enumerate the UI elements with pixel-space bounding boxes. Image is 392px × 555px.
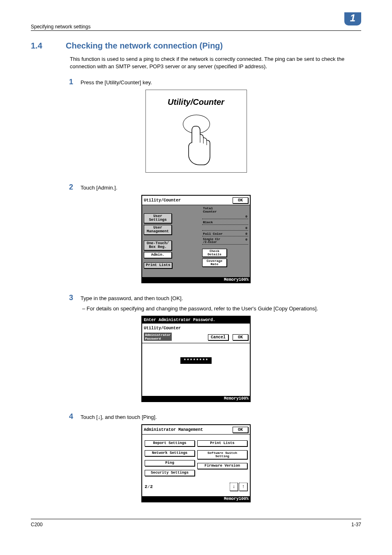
counter-label-2color: Single Clr/2-Color xyxy=(203,238,220,244)
ok-button[interactable]: OK xyxy=(233,334,248,340)
print-lists-button[interactable]: Print Lists xyxy=(197,440,247,446)
header-breadcrumb: Specifying network settings xyxy=(31,24,90,30)
admin-password-label: AdministratorPassword xyxy=(144,333,172,341)
software-switch-button[interactable]: Software SwitchSetting xyxy=(197,450,247,459)
check-details-button[interactable]: CheckDetails xyxy=(202,249,227,257)
memory-indicator: Memory100% xyxy=(142,396,250,401)
user-management-button[interactable]: UserManagement xyxy=(144,225,172,235)
firmware-version-button[interactable]: Firmware Version xyxy=(197,463,247,469)
footer-page: 1-37 xyxy=(351,522,361,527)
lcd-admin-management-screen: Administrator Management OK Report Setti… xyxy=(141,424,251,502)
lcd-title: Administrator Management xyxy=(144,428,203,432)
step-text: Touch [↓], and then touch [Ping]. xyxy=(81,414,361,420)
lcd-admin-password-screen: Enter Administrator Password. Utility/Co… xyxy=(141,316,251,402)
total-counter-label: TotalCounter xyxy=(202,207,248,213)
lcd-prompt: Enter Administrator Password. xyxy=(142,317,250,324)
step-sub-note: – For details on specifying and changing… xyxy=(82,305,361,312)
utility-counter-label: Utility/Counter xyxy=(146,90,247,107)
network-settings-button[interactable]: Network Settings xyxy=(145,450,195,456)
section-intro: This function is used to send a ping to … xyxy=(70,56,361,70)
step-number: 1 xyxy=(66,78,73,86)
counter-value: 0 xyxy=(245,227,247,230)
counter-label-fullcolor: Full Color xyxy=(203,232,223,236)
user-settings-button[interactable]: UserSettings xyxy=(144,213,172,223)
counter-label-black: Black xyxy=(203,221,213,224)
counter-value: 0 xyxy=(245,238,247,244)
section-title: Checking the network connection (Ping) xyxy=(66,41,223,51)
step-text: Touch [Admin.]. xyxy=(81,185,361,191)
finger-icon xyxy=(187,123,212,168)
section-number: 1.4 xyxy=(31,41,51,51)
step-number: 4 xyxy=(66,412,73,421)
counter-value: 0 xyxy=(245,215,247,218)
report-settings-button[interactable]: Report Settings xyxy=(145,440,195,446)
ok-button[interactable]: OK xyxy=(233,197,248,204)
utility-counter-illustration: Utility/Counter xyxy=(145,90,247,173)
memory-indicator: Memory100% xyxy=(142,277,250,282)
print-lists-button[interactable]: Print Lists xyxy=(144,262,172,268)
arrow-up-button[interactable]: ↑ xyxy=(239,483,247,491)
step-text: Type in the password, and then touch [OK… xyxy=(81,295,361,301)
counter-value: 0 xyxy=(245,232,247,236)
coverage-rate-button[interactable]: CoverageRate xyxy=(202,259,227,267)
admin-button[interactable]: Admin. xyxy=(144,252,172,258)
step-text: Press the [Utility/Counter] key. xyxy=(81,79,361,86)
memory-indicator: Memory100% xyxy=(142,496,250,502)
ok-button[interactable]: OK xyxy=(233,427,248,433)
password-input[interactable]: ******** xyxy=(180,357,212,364)
page-indicator: 2⁄2 xyxy=(145,484,153,489)
step-number: 2 xyxy=(66,183,73,192)
lcd-utility-counter-screen: Utility/Counter OK UserSettings UserMana… xyxy=(141,195,251,283)
ping-button[interactable]: Ping xyxy=(145,460,195,466)
chapter-badge: 1 xyxy=(344,12,361,25)
arrow-down-button[interactable]: ↓ xyxy=(230,483,238,491)
lcd-title: Utility/Counter xyxy=(144,198,181,203)
security-settings-button[interactable]: Security Settings xyxy=(145,470,195,476)
footer-model: C200 xyxy=(31,522,43,527)
lcd-breadcrumb: Utility/Counter xyxy=(144,326,181,331)
one-touch-box-reg-button[interactable]: One-Touch/Box Reg. xyxy=(144,240,172,250)
step-number: 3 xyxy=(66,294,73,302)
cancel-button[interactable]: Cancel xyxy=(208,334,228,340)
